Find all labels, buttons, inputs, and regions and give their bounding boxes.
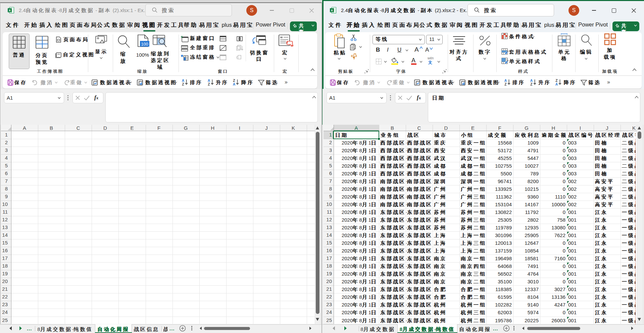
svg-text:A: A (233, 82, 236, 86)
svg-text:X: X (331, 8, 333, 12)
svg-text:Z: Z (182, 82, 184, 86)
svg-text:100: 100 (141, 42, 148, 47)
svg-text:A: A (555, 82, 558, 86)
svg-text:Z: Z (504, 82, 507, 86)
svg-text:Z: Z (208, 82, 210, 86)
svg-text:Z: Z (530, 82, 533, 86)
svg-text:X: X (9, 8, 11, 12)
